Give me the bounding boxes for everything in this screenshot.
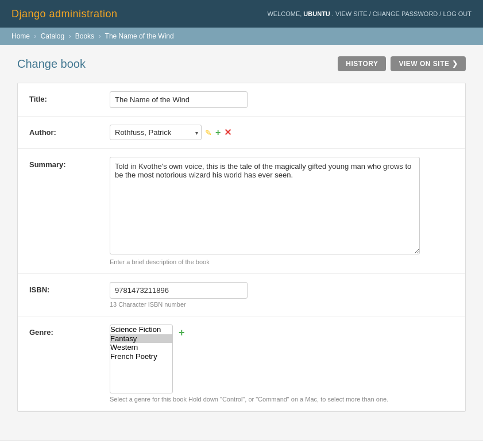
author-row: Author: Rothfuss, Patrick ▾ ✎ + ✕ [18, 117, 465, 149]
genre-field: Science FictionFantasyWesternFrench Poet… [110, 325, 454, 403]
author-select[interactable]: Rothfuss, Patrick [110, 125, 202, 140]
change-book-form: Title: Author: Rothfuss, Patrick ▾ ✎ + ✕ [17, 83, 466, 412]
add-author-icon[interactable]: + [215, 128, 221, 138]
header-user-info: WELCOME, UBUNTU . VIEW SITE / CHANGE PAS… [267, 10, 472, 17]
title-input[interactable] [110, 91, 248, 108]
footer-bar: Delete Save and add another Save and con… [0, 441, 483, 448]
isbn-field: 13 Character ISBN number [110, 282, 454, 308]
page-title: Change book [17, 57, 86, 71]
isbn-label: ISBN: [29, 282, 110, 294]
header-buttons: HISTORY VIEW ON SITE ❯ [338, 56, 466, 71]
title-label: Title: [29, 91, 110, 103]
breadcrumb-current: The Name of the Wind [105, 32, 174, 40]
page-header: Change book HISTORY VIEW ON SITE ❯ [17, 56, 466, 71]
breadcrumb-sep1: › [34, 32, 36, 40]
title-row: Title: [18, 83, 465, 117]
edit-author-icon[interactable]: ✎ [205, 128, 212, 137]
author-field: Rothfuss, Patrick ▾ ✎ + ✕ [110, 125, 454, 140]
genre-listbox-wrapper: Science FictionFantasyWesternFrench Poet… [110, 325, 173, 393]
viewsite-label: VIEW ON SITE [399, 60, 449, 68]
genre-label: Genre: [29, 325, 110, 337]
chevron-right-icon: ❯ [452, 60, 458, 68]
username: UBUNTU [303, 10, 330, 17]
genre-row: Genre: Science FictionFantasyWesternFren… [18, 316, 465, 411]
site-header: Django administration WELCOME, UBUNTU . … [0, 0, 483, 28]
add-genre-button[interactable]: + [176, 327, 187, 339]
welcome-text: WELCOME, [267, 10, 302, 17]
main-content: Change book HISTORY VIEW ON SITE ❯ Title… [0, 45, 483, 423]
view-site-link[interactable]: VIEW SITE [335, 10, 368, 17]
delete-author-icon[interactable]: ✕ [224, 127, 231, 138]
author-select-container: Rothfuss, Patrick ▾ ✎ + ✕ [110, 125, 454, 140]
genre-help: Select a genre for this book Hold down "… [110, 396, 454, 403]
isbn-input[interactable] [110, 282, 248, 299]
author-select-wrapper: Rothfuss, Patrick ▾ [110, 125, 202, 140]
summary-field: Enter a brief description of the book [110, 157, 454, 265]
summary-label: Summary: [29, 157, 110, 169]
breadcrumb-catalog[interactable]: Catalog [41, 32, 64, 40]
view-on-site-button[interactable]: VIEW ON SITE ❯ [391, 56, 466, 71]
isbn-help: 13 Character ISBN number [110, 301, 454, 308]
summary-input[interactable] [110, 157, 420, 254]
breadcrumb-home[interactable]: Home [11, 32, 30, 40]
summary-help: Enter a brief description of the book [110, 258, 454, 265]
breadcrumb-books[interactable]: Books [75, 32, 94, 40]
genre-listbox[interactable]: Science FictionFantasyWesternFrench Poet… [110, 325, 173, 393]
title-field [110, 91, 454, 108]
genre-container: Science FictionFantasyWesternFrench Poet… [110, 325, 454, 393]
logout-link[interactable]: LOG OUT [443, 10, 472, 17]
breadcrumb-sep2: › [68, 32, 71, 40]
breadcrumb-sep3: › [98, 32, 101, 40]
breadcrumb: Home › Catalog › Books › The Name of the… [0, 28, 483, 45]
history-button[interactable]: HISTORY [338, 56, 386, 71]
isbn-row: ISBN: 13 Character ISBN number [18, 274, 465, 316]
site-title: Django administration [11, 8, 118, 20]
author-label: Author: [29, 125, 110, 137]
summary-row: Summary: Enter a brief description of th… [18, 149, 465, 274]
change-password-link[interactable]: CHANGE PASSWORD [373, 10, 438, 17]
